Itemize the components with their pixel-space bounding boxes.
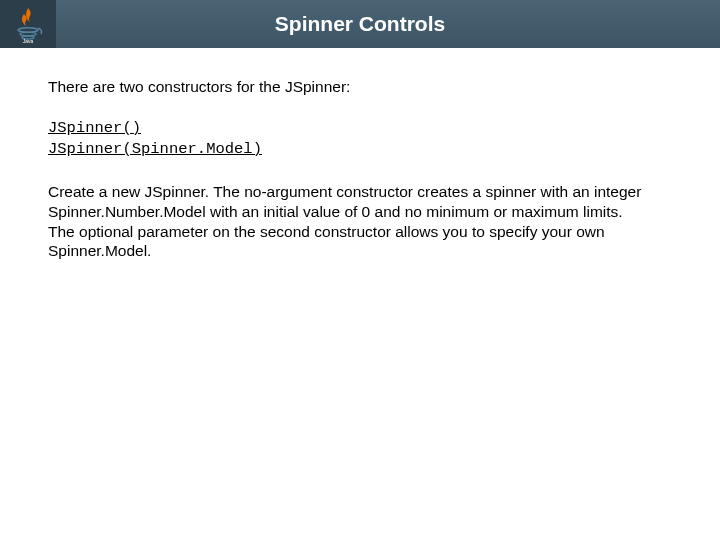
code-line: JSpinner() xyxy=(48,118,672,139)
slide-header: Java Spinner Controls xyxy=(0,0,720,48)
intro-text: There are two constructors for the JSpin… xyxy=(48,78,672,96)
constructor-list: JSpinner() JSpinner(Spinner.Model) xyxy=(48,118,672,160)
slide-title: Spinner Controls xyxy=(56,12,720,36)
description-text: Create a new JSpinner. The no-argument c… xyxy=(48,182,648,261)
code-line: JSpinner(Spinner.Model) xyxy=(48,139,672,160)
java-logo: Java xyxy=(0,0,56,48)
svg-text:Java: Java xyxy=(23,38,34,44)
java-logo-icon: Java xyxy=(8,4,48,44)
slide-content: There are two constructors for the JSpin… xyxy=(0,48,720,261)
